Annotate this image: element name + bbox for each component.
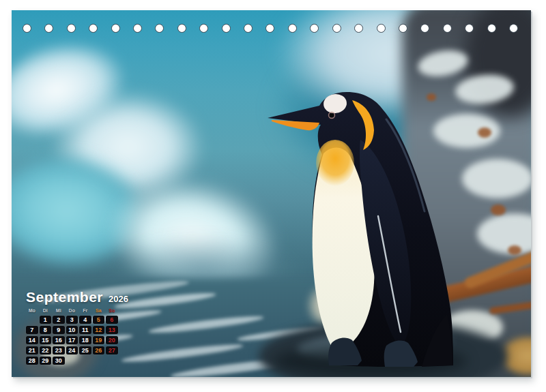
penguin-eye-pupil — [330, 113, 334, 117]
product-photo-canvas: { "calendar": { "month_title": "Septembe… — [0, 0, 546, 392]
binding-hole — [111, 24, 120, 33]
calendar-day-cell: 29 — [40, 357, 52, 365]
binding-hole — [377, 24, 386, 33]
binding-hole — [244, 24, 253, 33]
calendar-day-cell: 1 — [40, 316, 52, 324]
calendar-day-cell: 27 — [106, 346, 118, 355]
binding-hole — [44, 24, 53, 33]
weekday-header: Mi — [53, 308, 65, 314]
calendar-day-cell: 7 — [26, 326, 38, 334]
calendar-day-cell: 18 — [79, 336, 91, 344]
calendar-month-label: September — [26, 289, 103, 305]
calendar-block: September 2026 MoDiMiDoFrSaSo12345678910… — [26, 289, 128, 365]
calendar-day-cell: 17 — [66, 336, 78, 344]
calendar-title: September 2026 — [26, 289, 128, 305]
binding-holes — [23, 24, 518, 33]
binding-hole — [23, 24, 31, 33]
calendar-day-cell: 14 — [26, 336, 38, 344]
binding-hole — [133, 24, 142, 33]
binding-hole — [67, 24, 76, 33]
binding-hole — [443, 24, 452, 33]
binding-hole — [89, 24, 98, 33]
calendar-day-cell: 3 — [66, 316, 78, 324]
binding-hole — [465, 24, 474, 33]
calendar-day-cell: 22 — [40, 346, 52, 355]
binding-hole — [265, 24, 274, 33]
calendar-day-cell: 28 — [26, 357, 38, 365]
weekday-header: So — [106, 308, 118, 314]
calendar-day-cell: 23 — [53, 346, 65, 355]
rust-pebble — [491, 205, 506, 215]
calendar-page-photo: September 2026 MoDiMiDoFrSaSo12345678910… — [12, 10, 531, 377]
binding-hole — [399, 24, 407, 33]
rust-pebble — [508, 245, 521, 255]
binding-hole — [199, 24, 208, 33]
calendar-day-cell: 24 — [66, 346, 78, 355]
calendar-day-cell: 15 — [40, 336, 52, 344]
calendar-day-cell: 20 — [106, 336, 118, 344]
binding-hole — [222, 24, 231, 33]
calendar-day-cell: 2 — [53, 316, 65, 324]
calendar-day-cell: 6 — [106, 316, 118, 324]
binding-hole — [155, 24, 164, 33]
calendar-day-cell: 21 — [26, 346, 38, 355]
binding-hole — [420, 24, 429, 33]
binding-hole — [288, 24, 297, 33]
calendar-day-cell: 9 — [53, 326, 65, 334]
binding-hole — [310, 24, 319, 33]
calendar-day-cell: 12 — [93, 326, 105, 334]
calendar-day-cell: 19 — [93, 336, 105, 344]
king-penguin-illustration — [266, 92, 474, 368]
calendar-day-cell: 13 — [106, 326, 118, 334]
binding-hole — [177, 24, 186, 33]
weekday-header: Do — [66, 308, 78, 314]
calendar-day-cell: 4 — [79, 316, 91, 324]
binding-hole — [332, 24, 341, 33]
binding-hole — [509, 24, 518, 33]
empty-day-cell — [93, 357, 105, 365]
empty-day-cell — [79, 357, 91, 365]
calendar-day-cell: 8 — [40, 326, 52, 334]
calendar-day-cell: 11 — [79, 326, 91, 334]
weekday-header: Di — [40, 308, 52, 314]
calendar-year-label: 2026 — [109, 294, 128, 304]
empty-day-cell — [66, 357, 78, 365]
binding-hole — [354, 24, 363, 33]
empty-day-cell — [106, 357, 118, 365]
empty-day-cell — [26, 316, 38, 324]
calendar-day-cell: 25 — [79, 346, 91, 355]
weekday-header: Mo — [26, 308, 38, 314]
penguin-throat-patch — [316, 140, 354, 186]
weekday-header: Fr — [79, 308, 91, 314]
calendar-day-cell: 16 — [53, 336, 65, 344]
calendar-day-cell: 26 — [93, 346, 105, 355]
calendar-day-cell: 10 — [66, 326, 78, 334]
weekday-header: Sa — [93, 308, 105, 314]
rust-pebble — [478, 127, 491, 138]
binding-hole — [487, 24, 496, 33]
calendar-day-cell: 5 — [93, 316, 105, 324]
calendar-grid: MoDiMiDoFrSaSo12345678910111213141516171… — [26, 308, 128, 365]
calendar-day-cell: 30 — [53, 357, 65, 365]
